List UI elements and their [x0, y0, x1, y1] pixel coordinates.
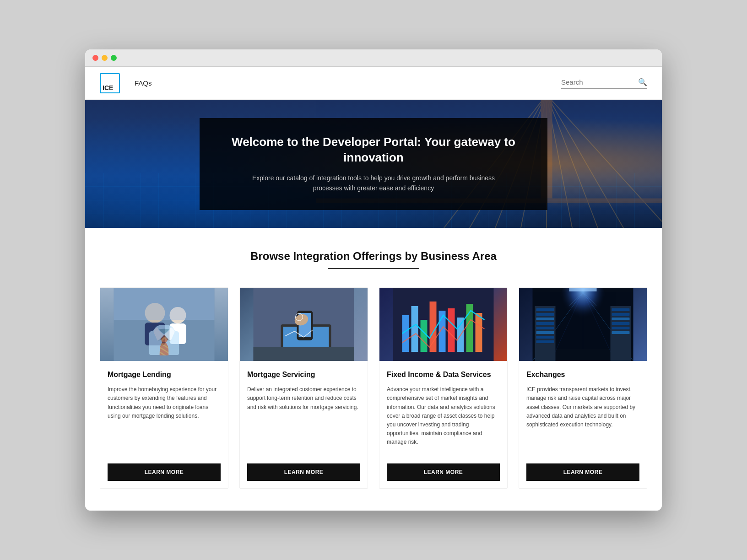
browser-chrome [85, 49, 662, 67]
svg-rect-58 [612, 331, 630, 334]
main-content: Browse Integration Offerings by Business… [85, 228, 662, 510]
svg-rect-47 [536, 322, 554, 325]
hero-title: Welcome to the Developer Portal: Your ga… [227, 135, 520, 166]
card-image-fixed-income [379, 288, 507, 361]
card-button-mortgage-servicing[interactable]: LEARN MORE [247, 463, 360, 481]
navigation-bar: ICE FAQs 🔍 [85, 67, 662, 100]
svg-rect-27 [254, 347, 354, 361]
nav-faqs-link[interactable]: FAQs [135, 79, 152, 87]
traffic-light-yellow[interactable] [102, 55, 108, 61]
svg-rect-51 [536, 340, 554, 343]
hero-subtitle: Explore our catalog of integration tools… [250, 173, 497, 194]
card-body-mortgage-lending: Mortgage Lending Improve the homebuying … [100, 361, 228, 456]
svg-rect-46 [536, 318, 554, 320]
mortgage-lending-svg [100, 288, 228, 361]
card-title-mortgage-servicing: Mortgage Servicing [247, 370, 360, 380]
card-body-exchanges: Exchanges ICE provides transparent marke… [519, 361, 647, 456]
logo-container[interactable]: ICE [100, 73, 120, 93]
card-title-mortgage-lending: Mortgage Lending [108, 370, 221, 380]
svg-rect-34 [448, 308, 455, 352]
card-exchanges: Exchanges ICE provides transparent marke… [519, 287, 647, 488]
card-body-mortgage-servicing: Mortgage Servicing Deliver an integrated… [240, 361, 368, 456]
card-description-mortgage-lending: Improve the homebuying experience for yo… [108, 385, 221, 447]
svg-rect-30 [411, 306, 418, 352]
svg-rect-55 [612, 318, 630, 320]
card-fixed-income: Fixed Income & Data Services Advance you… [379, 287, 508, 488]
svg-rect-37 [476, 313, 482, 352]
card-description-fixed-income: Advance your market intelligence with a … [387, 385, 500, 447]
section-divider [328, 268, 419, 269]
card-body-fixed-income: Fixed Income & Data Services Advance you… [379, 361, 507, 456]
svg-rect-57 [612, 327, 630, 329]
hero-section: Welcome to the Developer Portal: Your ga… [85, 100, 662, 228]
browser-window: ICE FAQs 🔍 [85, 49, 662, 510]
card-button-exchanges[interactable]: LEARN MORE [526, 463, 639, 481]
traffic-light-green[interactable] [111, 55, 117, 61]
exchanges-svg [519, 288, 647, 361]
fixed-income-svg [379, 288, 507, 361]
card-description-exchanges: ICE provides transparent markets to inve… [526, 385, 639, 447]
svg-rect-16 [114, 288, 215, 320]
svg-rect-54 [612, 313, 630, 316]
svg-rect-49 [536, 331, 554, 334]
svg-rect-48 [536, 327, 554, 329]
card-mortgage-servicing: Mortgage Servicing Deliver an integrated… [239, 287, 368, 488]
traffic-light-red[interactable] [92, 55, 98, 61]
logo: ICE [100, 73, 120, 93]
hero-text-box: Welcome to the Developer Portal: Your ga… [200, 118, 547, 210]
svg-rect-32 [430, 302, 437, 352]
search-input[interactable] [561, 78, 634, 86]
card-mortgage-lending: Mortgage Lending Improve the homebuying … [100, 287, 228, 488]
card-title-exchanges: Exchanges [526, 370, 639, 380]
svg-rect-31 [421, 320, 428, 352]
search-container: 🔍 [561, 78, 647, 89]
mortgage-lending-image [100, 288, 228, 361]
cards-grid: Mortgage Lending Improve the homebuying … [100, 287, 647, 488]
card-title-fixed-income: Fixed Income & Data Services [387, 370, 500, 380]
card-image-exchanges [519, 288, 647, 361]
svg-rect-50 [536, 336, 554, 339]
card-image-mortgage-servicing [240, 288, 368, 361]
svg-rect-53 [612, 308, 630, 311]
mortgage-servicing-svg [240, 288, 368, 361]
hero-overlay: Welcome to the Developer Portal: Your ga… [85, 100, 662, 228]
svg-rect-44 [536, 308, 554, 311]
svg-rect-56 [612, 322, 630, 325]
svg-rect-60 [569, 288, 597, 291]
nav-right: 🔍 [561, 78, 647, 89]
nav-left: ICE FAQs [100, 73, 152, 93]
search-icon[interactable]: 🔍 [638, 78, 647, 86]
card-button-mortgage-lending[interactable]: LEARN MORE [108, 463, 221, 481]
svg-rect-15 [170, 323, 186, 344]
svg-rect-13 [145, 323, 165, 345]
card-button-fixed-income[interactable]: LEARN MORE [387, 463, 500, 481]
card-description-mortgage-servicing: Deliver an integrated customer experienc… [247, 385, 360, 447]
card-image-mortgage-lending [100, 288, 228, 361]
svg-rect-45 [536, 313, 554, 316]
traffic-lights [92, 55, 117, 61]
section-title: Browse Integration Offerings by Business… [100, 250, 647, 263]
